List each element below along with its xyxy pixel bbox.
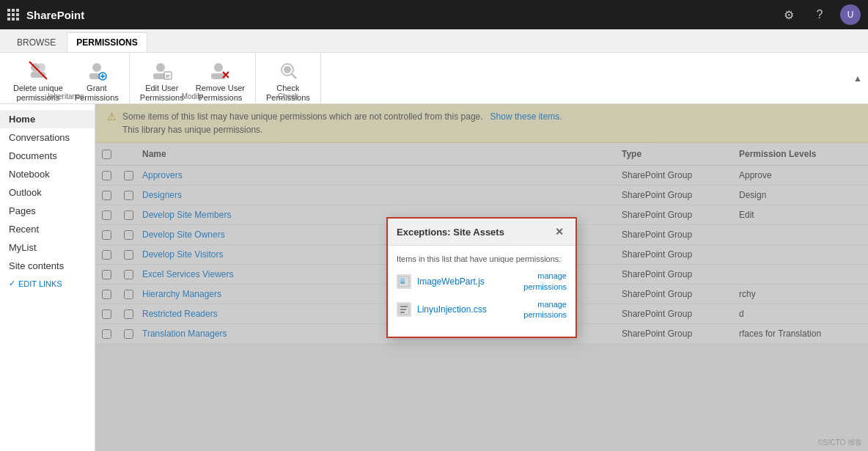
imagewebpart-manage-link[interactable]: manage permissions — [523, 271, 567, 292]
linyuinjection-file-icon — [397, 302, 411, 317]
edit-links-label: EDIT LINKS — [18, 279, 62, 288]
ribbon-collapse-button[interactable]: ▲ — [850, 53, 865, 103]
content-area: ⚠ Some items of this list may have uniqu… — [95, 104, 868, 451]
svg-rect-27 — [400, 312, 405, 313]
dialog-item-imagewebpart: ImageWebPart.js manage permissions — [397, 271, 567, 292]
check-permissions-icon — [276, 59, 300, 82]
grant-icon — [85, 59, 108, 82]
svg-rect-22 — [400, 278, 405, 282]
svg-rect-26 — [400, 309, 406, 310]
top-bar: SharePoint ⚙ ? U — [0, 0, 868, 29]
sidebar-item-mylist[interactable]: MyList — [0, 238, 95, 257]
sidebar-item-conversations[interactable]: Conversations — [0, 128, 95, 147]
imagewebpart-link[interactable]: ImageWebPart.js — [417, 276, 485, 287]
svg-point-4 — [92, 63, 101, 72]
ribbon-group-modify: Edit UserPermissions Remove UserPermissi… — [130, 53, 256, 103]
remove-user-icon — [208, 59, 232, 82]
linyuinjection-link[interactable]: LinyuInjection.css — [417, 304, 487, 315]
sidebar-item-pages[interactable]: Pages — [0, 202, 95, 220]
ribbon-tabs: BROWSE PERMISSIONS — [0, 29, 868, 53]
delete-unique-icon — [26, 59, 50, 82]
svg-line-20 — [292, 74, 296, 78]
linyuinjection-manage-link[interactable]: manage permissions — [523, 299, 567, 320]
ribbon-bar: Delete uniquepermissions GrantPermission… — [0, 53, 868, 104]
user-avatar[interactable]: U — [840, 4, 861, 25]
tab-browse[interactable]: BROWSE — [7, 32, 65, 52]
svg-marker-23 — [400, 282, 405, 284]
dialog-subtitle: Items in this list that have unique perm… — [397, 254, 567, 263]
modal-overlay: Exceptions: Site Assets ✕ Items in this … — [95, 104, 868, 451]
dialog-body: Items in this list that have unique perm… — [388, 246, 575, 336]
dialog-header: Exceptions: Site Assets ✕ — [388, 219, 575, 246]
sidebar-item-home[interactable]: Home — [0, 110, 95, 128]
edit-user-icon — [150, 59, 174, 82]
svg-rect-10 — [153, 73, 165, 79]
ribbon-group-check: CheckPermissions Check — [256, 53, 321, 103]
exceptions-dialog: Exceptions: Site Assets ✕ Items in this … — [386, 217, 577, 337]
sidebar-item-outlook[interactable]: Outlook — [0, 183, 95, 202]
tab-permissions[interactable]: PERMISSIONS — [67, 32, 147, 52]
app-launcher-icon[interactable] — [7, 9, 19, 21]
svg-point-14 — [214, 63, 223, 72]
sidebar-edit-links[interactable]: ✓ EDIT LINKS — [0, 275, 95, 292]
sidebar: Home Conversations Documents Notebook Ou… — [0, 104, 95, 451]
sidebar-item-recent[interactable]: Recent — [0, 220, 95, 238]
inheritance-group-label: Inheritance — [3, 92, 129, 100]
svg-rect-25 — [400, 306, 408, 307]
check-group-label: Check — [256, 92, 320, 100]
svg-point-19 — [284, 66, 291, 73]
settings-icon[interactable]: ⚙ — [779, 4, 799, 25]
dialog-title: Exceptions: Site Assets — [397, 227, 504, 238]
ribbon-group-inheritance: Delete uniquepermissions GrantPermission… — [3, 53, 130, 103]
help-icon[interactable]: ? — [809, 4, 830, 25]
top-bar-actions: ⚙ ? U — [779, 4, 861, 25]
svg-point-9 — [156, 63, 165, 72]
sidebar-item-documents[interactable]: Documents — [0, 147, 95, 165]
dialog-item-linyuinjection: LinyuInjection.css manage permissions — [397, 299, 567, 320]
dialog-close-button[interactable]: ✕ — [552, 224, 567, 239]
modify-group-label: Modify — [130, 92, 255, 100]
imagewebpart-file-icon — [397, 274, 411, 289]
main-layout: Home Conversations Documents Notebook Ou… — [0, 104, 868, 451]
sidebar-item-notebook[interactable]: Notebook — [0, 165, 95, 183]
app-title: SharePoint — [26, 9, 779, 21]
sidebar-item-site-contents[interactable]: Site contents — [0, 257, 95, 275]
edit-links-check-icon: ✓ — [9, 279, 15, 288]
